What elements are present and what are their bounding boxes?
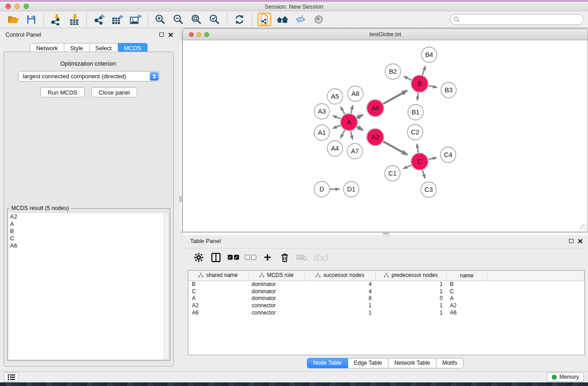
import-network-icon[interactable]	[47, 13, 65, 27]
node-B2[interactable]: B2	[385, 64, 401, 79]
node-C1[interactable]: C1	[385, 166, 400, 181]
criterion-dropdown[interactable]: largest connected component (directed)	[18, 71, 159, 81]
node-D[interactable]: D	[314, 181, 330, 197]
export-table-icon[interactable]	[108, 13, 126, 27]
result-item[interactable]: A6	[9, 242, 164, 249]
table-row[interactable]: Bdominator41B	[188, 281, 584, 288]
column-header-name[interactable]: name	[446, 271, 487, 281]
network-window-titlebar[interactable]: testGlobe.txt	[183, 29, 588, 40]
close-network-button[interactable]	[189, 32, 194, 37]
edge-A-A2[interactable]	[357, 127, 363, 130]
node-A4[interactable]: A4	[327, 141, 343, 156]
network-vertical-scrollbar[interactable]	[179, 40, 182, 232]
edge-A6-B[interactable]	[383, 91, 407, 104]
settings-gear-icon[interactable]	[192, 251, 205, 264]
column-header-predecessor-nodes[interactable]: predecessor nodes	[375, 271, 446, 281]
zoom-in-icon[interactable]	[151, 13, 169, 27]
network-canvas[interactable]: B4B2BB3A5A8A6B1A3AA1C2A2A4A7C4CC1C3DD1	[183, 40, 588, 232]
node-A6[interactable]: A6	[367, 100, 384, 117]
table-row[interactable]: A6connector11A6	[188, 309, 584, 316]
zoom-window-button[interactable]	[24, 4, 29, 9]
close-panel-icon[interactable]	[168, 33, 173, 37]
node-A2[interactable]: A2	[367, 129, 384, 146]
minimize-window-button[interactable]	[14, 4, 20, 9]
window-resize-grip[interactable]	[580, 224, 587, 231]
delete-table-icon[interactable]	[296, 251, 308, 264]
node-A[interactable]: A	[340, 114, 358, 131]
column-header-successor-nodes[interactable]: successor nodes	[305, 271, 375, 281]
export-image-icon[interactable]	[126, 13, 144, 27]
zoom-out-icon[interactable]	[169, 13, 187, 27]
search-input[interactable]	[462, 16, 580, 23]
node-B4[interactable]: B4	[421, 47, 437, 62]
edge-A-A7[interactable]	[351, 131, 353, 140]
select-all-checkboxes-icon[interactable]: ✓✓	[227, 251, 239, 264]
deselect-all-checkboxes-icon[interactable]	[244, 251, 257, 264]
node-D1[interactable]: D1	[344, 181, 359, 197]
edge-B-B3[interactable]	[429, 86, 437, 87]
close-table-panel-icon[interactable]	[578, 239, 583, 243]
column-header-shared-name[interactable]: shared name	[188, 271, 248, 281]
edge-A-A5[interactable]	[340, 107, 344, 114]
tab-motifs[interactable]: Motifs	[436, 358, 464, 368]
save-session-icon[interactable]	[22, 13, 40, 27]
edge-A-A3[interactable]	[333, 116, 340, 119]
hide-graphics-details-icon[interactable]	[292, 13, 310, 27]
node-C4[interactable]: C4	[440, 147, 456, 162]
node-B[interactable]: B	[411, 75, 428, 92]
minimize-network-button[interactable]	[196, 32, 201, 37]
edge-C-C3[interactable]	[422, 170, 425, 178]
edge-A2-C[interactable]	[383, 142, 407, 155]
import-table-icon[interactable]	[65, 13, 83, 27]
table-row[interactable]: Adominator80A	[188, 295, 584, 302]
node-A7[interactable]: A7	[347, 143, 363, 159]
result-item[interactable]: C	[9, 235, 164, 242]
tab-network-table[interactable]: Network Table	[388, 358, 436, 368]
tab-edge-table[interactable]: Edge Table	[348, 358, 388, 368]
result-item[interactable]: B	[9, 228, 164, 235]
result-item[interactable]: A2	[9, 213, 164, 220]
edge-A-A8[interactable]	[351, 105, 353, 113]
float-panel-icon[interactable]	[159, 33, 164, 37]
edge-C-C4[interactable]	[428, 157, 436, 159]
node-A8[interactable]: A8	[348, 86, 363, 101]
task-history-button[interactable]	[4, 372, 19, 382]
result-scrollbar[interactable]	[164, 213, 169, 359]
edge-B-B1[interactable]	[417, 93, 418, 100]
network-horizontal-scrollbar[interactable]	[183, 233, 588, 235]
result-item[interactable]: A	[9, 220, 164, 228]
network-file-active-icon[interactable]	[255, 13, 273, 27]
node-B3[interactable]: B3	[441, 82, 456, 98]
run-mcds-button[interactable]: Run MCDS	[40, 87, 85, 97]
open-file-icon[interactable]	[4, 13, 22, 27]
edge-B-B2[interactable]	[404, 76, 411, 80]
edge-A-A4[interactable]	[340, 130, 344, 138]
home-icon[interactable]	[273, 13, 292, 27]
node-C3[interactable]: C3	[421, 182, 436, 197]
node-B1[interactable]: B1	[408, 105, 423, 120]
refresh-icon[interactable]	[230, 13, 249, 27]
edge-A-A1[interactable]	[333, 125, 340, 129]
function-builder-icon[interactable]: f(x)	[313, 251, 328, 264]
edge-C-C1[interactable]	[403, 165, 411, 169]
node-A1[interactable]: A1	[314, 125, 330, 140]
memory-button[interactable]: Memory	[547, 372, 584, 382]
edge-B-B4[interactable]	[422, 66, 425, 75]
close-panel-button[interactable]: Close panel	[91, 87, 137, 97]
delete-columns-icon[interactable]	[278, 251, 291, 264]
float-table-panel-icon[interactable]	[569, 239, 574, 243]
show-graphics-details-icon[interactable]	[310, 13, 328, 27]
export-network-icon[interactable]	[90, 13, 108, 27]
table-row[interactable]: Cdominator41C	[188, 288, 584, 295]
add-column-icon[interactable]: +	[261, 251, 274, 264]
tab-node-table[interactable]: Node Table	[307, 358, 348, 368]
zoom-selected-icon[interactable]	[206, 13, 224, 27]
table-row[interactable]: A2connector11A2	[188, 302, 584, 309]
edge-A-A6[interactable]	[357, 115, 363, 118]
edge-C-C2[interactable]	[417, 144, 418, 153]
close-window-button[interactable]	[5, 4, 11, 9]
node-C2[interactable]: C2	[407, 124, 423, 140]
show-column-panel-icon[interactable]	[210, 251, 222, 264]
node-A3[interactable]: A3	[314, 104, 330, 119]
zoom-network-button[interactable]	[204, 32, 209, 37]
